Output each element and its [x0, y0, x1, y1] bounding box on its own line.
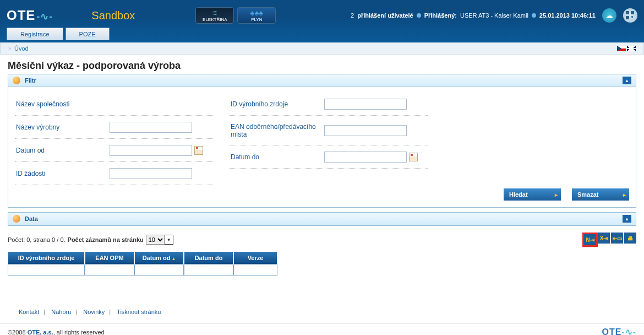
app-header: OTE -∿- Sandbox ⚟ ELEKTŘINA ♣♣♣ PLYN 2 p…	[0, 0, 644, 42]
link-novinky[interactable]: Novinky	[83, 309, 105, 315]
table-row	[8, 264, 277, 275]
plug-icon: ⚟	[212, 9, 218, 17]
logo: OTE -∿-	[7, 8, 53, 23]
sort-asc-icon: ▲	[171, 256, 176, 261]
clear-button[interactable]: Smazat	[572, 188, 629, 201]
footer-links: Kontakt| Nahoru| Novinky| Tisknout strán…	[8, 303, 636, 321]
label-source-id: ID výrobního zrdoje	[231, 100, 324, 108]
link-tisk[interactable]: Tisknout stránku	[117, 309, 161, 315]
input-ean[interactable]	[324, 125, 407, 136]
filter-title: Filtr	[25, 77, 36, 84]
flag-cz-icon[interactable]	[617, 46, 626, 51]
login-users-label: přihlášení uživatelé	[357, 12, 413, 19]
record-count: Počet: 0, strana 0 / 0.	[8, 236, 66, 243]
logged-in-label: Přihlášený:	[424, 12, 457, 19]
label-plant: Název výrobny	[16, 123, 110, 131]
dot-icon	[417, 13, 421, 18]
logo-text: OTE	[7, 8, 35, 23]
electricity-label: ELEKTŘINA	[203, 17, 227, 22]
gas-label: PLYN	[251, 17, 262, 22]
export-new-button[interactable]: N⇥	[584, 234, 596, 245]
main-nav: Registrace POZE	[7, 28, 637, 42]
dropdown-icon[interactable]: ▼	[165, 235, 173, 245]
input-request-id[interactable]	[110, 168, 192, 179]
user-name: USER AT3 - Kaiser Kamil	[460, 12, 528, 19]
label-ean: EAN odběrného/předávacího místa	[231, 123, 324, 138]
highlight-box: N⇥	[582, 233, 598, 247]
input-date-to[interactable]	[324, 152, 407, 163]
chat-icon: ☁	[605, 11, 613, 20]
page-title: Měsíční výkaz - podporovaná výroba	[8, 60, 636, 72]
page-size-label: Počet záznamů na stránku	[68, 236, 144, 243]
input-source-id[interactable]	[324, 99, 407, 110]
filter-header: Filtr ▲	[8, 74, 636, 87]
electricity-tab[interactable]: ⚟ ELEKTŘINA	[195, 7, 234, 24]
import-button[interactable]: ⇤▭	[611, 233, 623, 244]
col-ean-opm[interactable]: EAN OPM	[85, 251, 134, 264]
input-date-from[interactable]	[110, 145, 192, 156]
login-count: 2	[351, 12, 354, 19]
datetime: 25.01.2013 10:46:11	[539, 12, 596, 19]
filter-panel: Filtr ▲ Název společnosti Název výrobny …	[8, 74, 636, 208]
logout-icon	[626, 11, 635, 20]
input-plant[interactable]	[110, 122, 192, 133]
link-kontakt[interactable]: Kontakt	[19, 309, 39, 315]
chat-button[interactable]: ☁	[602, 8, 616, 23]
flame-icon: ♣♣♣	[250, 9, 264, 17]
data-panel: Data ▲	[8, 212, 636, 226]
collapse-button[interactable]: ▲	[623, 77, 631, 84]
col-version[interactable]: Verze	[233, 251, 277, 264]
copyright: ©2008 OTE, a.s., all rights reserved	[8, 329, 105, 336]
flag-uk-icon[interactable]	[627, 46, 636, 51]
label-request-id: ID žádosti	[16, 170, 110, 177]
tab-registrace[interactable]: Registrace	[7, 28, 63, 40]
print-button[interactable]: 🖶	[624, 233, 636, 244]
search-button[interactable]: Hledat	[504, 188, 561, 201]
footer-bar: ©2008 OTE, a.s., all rights reserved OTE…	[0, 323, 644, 335]
label-date-to: Datum do	[231, 153, 324, 161]
data-table: ID výrobního zrdoje EAN OPM Datum od▲ Da…	[8, 251, 277, 275]
col-source-id[interactable]: ID výrobního zrdoje	[8, 251, 85, 264]
page-size-select[interactable]: 10	[146, 235, 165, 245]
calendar-icon[interactable]	[409, 153, 418, 161]
data-header: Data ▲	[8, 213, 636, 225]
breadcrumb: » Úvod	[0, 42, 644, 55]
tab-poze[interactable]: POZE	[66, 28, 110, 40]
ball-icon	[13, 215, 20, 223]
dot-icon	[532, 13, 536, 18]
gas-tab[interactable]: ♣♣♣ PLYN	[237, 7, 276, 24]
collapse-button[interactable]: ▲	[623, 215, 631, 223]
data-title: Data	[25, 215, 38, 222]
logo-wave-icon: -∿-	[36, 10, 53, 23]
label-date-from: Datum od	[16, 147, 110, 154]
footer-logo: OTE-∿-	[602, 327, 636, 335]
user-status-area: 2 přihlášení uživatelé Přihlášený: USER …	[351, 8, 637, 23]
label-company: Název společnosti	[16, 100, 110, 108]
ball-icon	[13, 77, 20, 84]
logout-button[interactable]	[623, 8, 637, 23]
col-date-to[interactable]: Datum do	[184, 251, 233, 264]
calendar-icon[interactable]	[194, 146, 203, 155]
export-excel-button[interactable]: X⇥	[598, 233, 610, 244]
col-date-from[interactable]: Datum od▲	[134, 251, 184, 264]
env-label: Sandbox	[91, 9, 135, 22]
breadcrumb-home-link[interactable]: Úvod	[14, 45, 29, 52]
link-nahoru[interactable]: Nahoru	[51, 309, 71, 315]
data-toolbar: Počet: 0, strana 0 / 0. Počet záznamů na…	[8, 230, 636, 251]
breadcrumb-arrow-icon: »	[8, 46, 11, 51]
